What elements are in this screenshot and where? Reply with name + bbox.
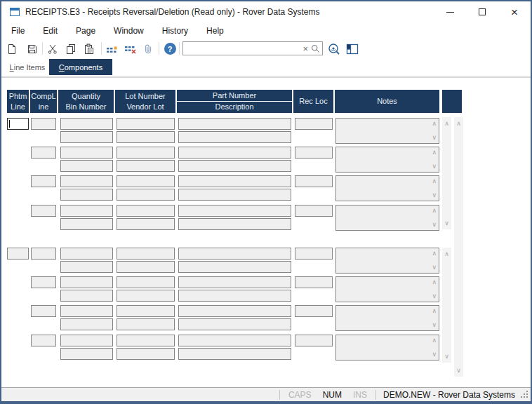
rec-loc-field[interactable] <box>295 118 333 130</box>
bin-number-field[interactable] <box>60 131 113 143</box>
lot-number-field[interactable] <box>117 175 175 187</box>
rec-loc-field[interactable] <box>295 335 333 346</box>
notes-scroll-down-icon[interactable]: ∨ <box>432 222 437 228</box>
notes-scroll-up-icon[interactable]: ∧ <box>432 279 437 285</box>
scroll-down-icon[interactable]: ∨ <box>454 367 463 374</box>
scroll-down-icon[interactable]: ∨ <box>442 353 451 360</box>
part-number-field[interactable] <box>178 248 291 260</box>
menu-window[interactable]: Window <box>107 24 151 38</box>
close-button[interactable]: × <box>498 1 531 22</box>
lot-number-field[interactable] <box>117 118 175 130</box>
notes-scroll-down-icon[interactable]: ∨ <box>432 135 437 141</box>
rec-loc-field[interactable] <box>295 147 333 159</box>
notes-scroll-up-icon[interactable]: ∧ <box>432 121 437 127</box>
description-field[interactable] <box>178 290 291 302</box>
quantity-field[interactable] <box>60 248 113 260</box>
notes-field[interactable]: ∧ ∨ <box>335 205 439 231</box>
notes-scroll-up-icon[interactable]: ∧ <box>432 250 437 257</box>
notes-scroll-down-icon[interactable]: ∨ <box>432 293 437 299</box>
vendor-lot-field[interactable] <box>117 290 175 302</box>
vendor-lot-field[interactable] <box>117 189 175 201</box>
bin-number-field[interactable] <box>60 318 113 330</box>
clear-search-icon[interactable]: × <box>300 43 311 54</box>
part-number-field[interactable] <box>178 175 291 187</box>
cut-button[interactable] <box>45 41 60 56</box>
rec-loc-field[interactable] <box>295 305 333 317</box>
notes-textarea[interactable] <box>336 277 426 302</box>
quantity-field[interactable] <box>60 335 113 346</box>
phtm-line-field[interactable] <box>7 118 29 130</box>
bin-number-field[interactable] <box>60 348 113 360</box>
notes-scroll-down-icon[interactable]: ∨ <box>432 322 437 328</box>
menu-help[interactable]: Help <box>199 24 231 38</box>
menu-page[interactable]: Page <box>69 24 102 38</box>
notes-textarea[interactable] <box>336 147 426 172</box>
maximize-button[interactable] <box>466 1 498 22</box>
notes-field[interactable]: ∧ ∨ <box>335 305 439 331</box>
description-field[interactable] <box>178 318 291 330</box>
quantity-field[interactable] <box>60 305 113 317</box>
search-input[interactable] <box>183 43 300 54</box>
part-number-field[interactable] <box>178 305 291 317</box>
table-view-button[interactable] <box>345 41 360 56</box>
insert-row-button[interactable] <box>105 41 120 56</box>
comp-line-field[interactable] <box>31 276 56 288</box>
notes-textarea[interactable] <box>336 119 426 143</box>
notes-scroll-up-icon[interactable]: ∧ <box>432 308 437 314</box>
comp-line-field[interactable] <box>31 248 56 260</box>
comp-line-field[interactable] <box>31 175 56 187</box>
lot-number-field[interactable] <box>117 305 175 317</box>
new-document-button[interactable] <box>4 41 20 56</box>
notes-scroll-down-icon[interactable]: ∨ <box>432 192 437 198</box>
bin-number-field[interactable] <box>60 218 113 230</box>
description-field[interactable] <box>178 261 291 273</box>
tab-components[interactable]: Components <box>49 59 112 75</box>
description-field[interactable] <box>178 189 291 201</box>
vendor-lot-field[interactable] <box>117 218 175 230</box>
quantity-field[interactable] <box>60 147 113 159</box>
rec-loc-field[interactable] <box>295 276 333 288</box>
minimize-button[interactable] <box>434 1 466 22</box>
rec-loc-field[interactable] <box>295 248 333 260</box>
description-field[interactable] <box>178 218 291 230</box>
notes-scroll-up-icon[interactable]: ∧ <box>432 178 437 184</box>
notes-scroll-up-icon[interactable]: ∧ <box>432 208 437 214</box>
bin-number-field[interactable] <box>60 290 113 302</box>
notes-textarea[interactable] <box>336 248 426 273</box>
comp-line-field[interactable] <box>31 335 56 346</box>
lot-number-field[interactable] <box>117 205 175 217</box>
attachment-button[interactable] <box>140 41 156 56</box>
menu-edit[interactable]: Edit <box>36 24 65 38</box>
delete-row-button[interactable] <box>123 41 138 56</box>
notes-field[interactable]: ∧ ∨ <box>335 276 439 302</box>
notes-textarea[interactable] <box>336 176 426 201</box>
group2-scrollbar[interactable]: ∧ ∨ <box>442 248 451 363</box>
notes-scroll-down-icon[interactable]: ∨ <box>432 351 437 358</box>
bin-number-field[interactable] <box>60 189 113 201</box>
vendor-lot-field[interactable] <box>117 131 175 143</box>
notes-textarea[interactable] <box>336 206 426 230</box>
description-field[interactable] <box>178 131 291 143</box>
vendor-lot-field[interactable] <box>117 160 175 172</box>
tab-line-items[interactable]: Line Items <box>7 59 48 75</box>
notes-field[interactable]: ∧ ∨ <box>335 118 439 144</box>
part-number-field[interactable] <box>178 335 291 346</box>
part-number-field[interactable] <box>178 118 291 130</box>
quantity-field[interactable] <box>60 205 113 217</box>
phtm-line-field[interactable] <box>7 248 29 260</box>
bin-number-field[interactable] <box>60 261 113 273</box>
scroll-up-icon[interactable]: ∧ <box>442 250 451 257</box>
notes-textarea[interactable] <box>336 335 426 360</box>
scroll-up-icon[interactable]: ∧ <box>442 120 451 127</box>
notes-scroll-up-icon[interactable]: ∧ <box>432 149 437 156</box>
part-number-field[interactable] <box>178 276 291 288</box>
menu-history[interactable]: History <box>155 24 195 38</box>
save-button[interactable] <box>25 41 40 56</box>
description-field[interactable] <box>178 348 291 360</box>
view-search-button[interactable] <box>326 41 342 56</box>
comp-line-field[interactable] <box>31 205 56 217</box>
notes-field[interactable]: ∧ ∨ <box>335 335 439 361</box>
lot-number-field[interactable] <box>117 276 175 288</box>
menu-file[interactable]: File <box>4 24 32 38</box>
notes-field[interactable]: ∧ ∨ <box>335 248 439 274</box>
